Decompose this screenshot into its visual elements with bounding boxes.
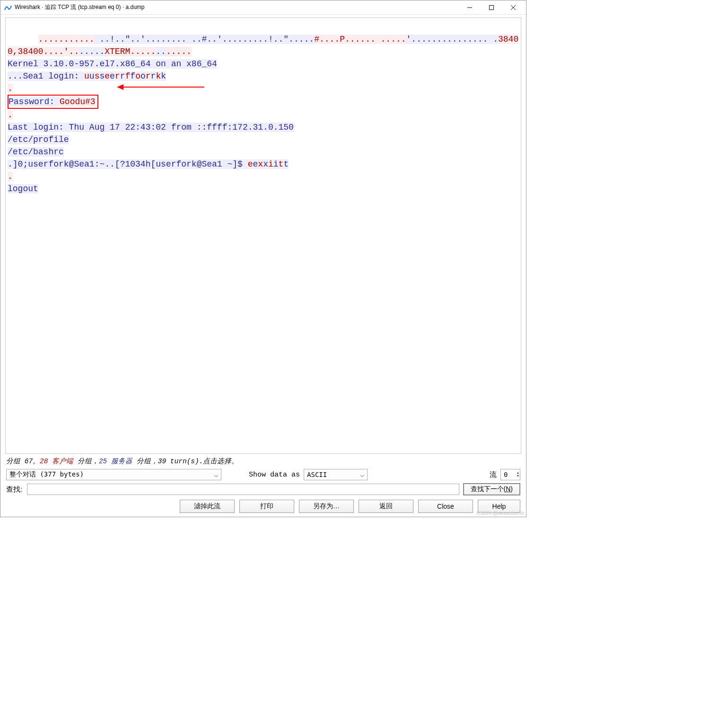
maximize-button[interactable]: [481, 0, 502, 15]
stream-segment: i: [273, 159, 279, 169]
stream-segment: .: [8, 172, 13, 181]
stream-label: 流: [490, 470, 497, 479]
find-label: 查找:: [6, 485, 23, 494]
summary-client-pkts: 28 客户端: [40, 458, 73, 465]
stream-segment: x: [258, 159, 263, 169]
find-next-button[interactable]: 查找下一个(N): [463, 483, 520, 495]
titlebar: Wireshark · 追踪 TCP 流 (tcp.stream eq 0) ·…: [0, 0, 526, 15]
stream-segment: s: [99, 71, 105, 81]
summary-click: 点击选择。: [203, 458, 238, 465]
stream-segment: f: [130, 71, 135, 81]
svg-marker-5: [117, 84, 123, 90]
summary-server-pkts: 25 服务器: [99, 458, 132, 465]
minimize-button[interactable]: [459, 0, 481, 15]
format-combo[interactable]: ASCII ⌵: [304, 469, 368, 480]
stream-segment: ..!.."..'........ ..#..'.........!.."...…: [95, 35, 314, 44]
stream-segment: r: [120, 71, 125, 81]
summary-mid1: 分组，: [73, 458, 99, 465]
stream-segment: '............... .: [406, 35, 498, 44]
stream-segment: .: [8, 110, 13, 120]
help-button[interactable]: Help: [478, 500, 520, 513]
app-icon: [4, 4, 12, 11]
stream-segment: #....P...... .....: [314, 35, 406, 44]
password-highlight-box: Password: Goodu#3: [8, 95, 98, 109]
stream-segment: k: [156, 71, 161, 81]
stream-segment: e: [248, 159, 253, 169]
chevron-down-icon: ⌵: [210, 471, 218, 478]
stream-segment: e: [110, 71, 115, 81]
back-button[interactable]: 返回: [359, 500, 413, 513]
stream-segment: x: [263, 159, 268, 169]
stream-segment: ...........: [38, 35, 95, 44]
stream-segment: s: [95, 71, 100, 81]
options-row: 整个对话 (377 bytes) ⌵ Show data as ASCII ⌵ …: [5, 468, 521, 482]
stream-segment: k: [161, 71, 166, 81]
print-button[interactable]: 打印: [239, 500, 294, 513]
conversation-combo[interactable]: 整个对话 (377 bytes) ⌵: [6, 469, 221, 480]
save-as-button[interactable]: 另存为…: [299, 500, 354, 513]
stream-segment: .: [8, 84, 13, 93]
stream-segment: o: [135, 71, 140, 81]
show-data-as-label: Show data as: [249, 471, 300, 479]
workarea: ........... ..!.."..'........ ..#..'....…: [0, 15, 526, 517]
stream-segment: i: [268, 159, 273, 169]
stream-segment: r: [151, 71, 156, 81]
annotation-arrow-icon: [117, 82, 204, 92]
summary-mid2: 分组，: [132, 458, 158, 465]
stream-segment: logout: [8, 184, 38, 194]
stream-segment: e: [253, 159, 258, 169]
stream-segment: r: [146, 71, 151, 81]
window-controls: [459, 0, 524, 14]
stream-segment: e: [105, 71, 110, 81]
stream-segment: XTERM.....: [105, 47, 156, 56]
stream-number-stepper[interactable]: 0 ▲▼: [500, 469, 520, 480]
dialog-buttons: 滤掉此流 打印 另存为… 返回 Close Help: [5, 497, 521, 514]
stream-segment: o: [140, 71, 146, 81]
stream-segment: t: [283, 159, 289, 169]
stream-segment: Password:: [9, 97, 60, 106]
stream-segment: f: [125, 71, 131, 81]
stepper-arrows-icon: ▲▼: [517, 471, 519, 478]
close-button[interactable]: [502, 0, 524, 15]
stream-segment: t: [279, 159, 284, 169]
close-dialog-button[interactable]: Close: [418, 500, 473, 513]
stream-segment: ..: [156, 47, 166, 56]
find-row: 查找: 查找下一个(N): [5, 482, 521, 497]
stream-segment: Sea1 login:: [23, 71, 84, 81]
stream-segment: r: [115, 71, 120, 81]
svg-rect-1: [490, 6, 494, 10]
filter-out-stream-button[interactable]: 滤掉此流: [180, 500, 235, 513]
stream-segment: Last login: Thu Aug 17 22:43:02 from ::f…: [8, 123, 294, 132]
format-combo-value: ASCII: [307, 471, 327, 478]
tcp-stream-content[interactable]: ........... ..!.."..'........ ..#..'....…: [5, 18, 521, 454]
wireshark-follow-stream-window: Wireshark · 追踪 TCP 流 (tcp.stream eq 0) ·…: [0, 0, 526, 517]
summary-pre: 分组 67。: [6, 458, 40, 465]
window-title: Wireshark · 追踪 TCP 流 (tcp.stream eq 0) ·…: [15, 3, 459, 11]
stream-segment: u: [84, 71, 89, 81]
stream-segment: .....: [166, 47, 192, 56]
stream-segment: u: [89, 71, 95, 81]
stream-segment: .....: [79, 47, 105, 56]
summary-line: 分组 67。28 客户端 分组，25 服务器 分组，39 turn(s).点击选…: [5, 454, 521, 468]
stream-segment: /etc/profile /etc/bashrc .]0;userfork@Se…: [8, 135, 248, 169]
chevron-down-icon: ⌵: [356, 471, 364, 478]
stream-number-value: 0: [504, 471, 508, 478]
stream-segment: Goodu#3: [60, 97, 96, 106]
summary-turns: 39 turn(s).: [158, 458, 203, 465]
find-input[interactable]: [27, 484, 459, 495]
conversation-combo-value: 整个对话 (377 bytes): [9, 470, 84, 479]
